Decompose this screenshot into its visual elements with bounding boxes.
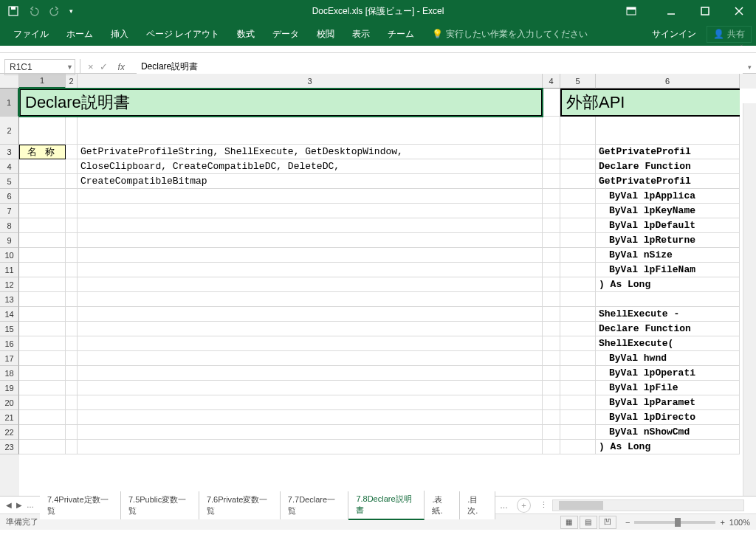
row-header-2[interactable]: 2	[0, 117, 19, 145]
qat-customize-icon[interactable]: ▾	[69, 7, 73, 15]
cell-r6c6[interactable]: ByVal lpApplica	[596, 189, 740, 204]
ribbon-collapse-icon[interactable]: ˇ	[740, 44, 743, 52]
cell-r21c6[interactable]: ByVal lpDirecto	[596, 410, 740, 425]
cell-r5c1[interactable]	[19, 174, 66, 189]
vertical-scrollbar[interactable]	[743, 103, 756, 496]
row-header-11[interactable]: 11	[0, 263, 19, 277]
cancel-icon[interactable]: ×	[88, 61, 94, 72]
cell-r10c6[interactable]: ByVal nSize	[596, 248, 740, 263]
row-header-21[interactable]: 21	[0, 410, 19, 425]
row-header-3[interactable]: 3	[0, 145, 19, 159]
tab-view[interactable]: 表示	[343, 22, 379, 46]
row-header-12[interactable]: 12	[0, 277, 19, 292]
cell-r7c6[interactable]: ByVal lpKeyName	[596, 204, 740, 218]
tell-me-search[interactable]: 💡 実行したい作業を入力してください	[423, 22, 597, 46]
cell-r19c6[interactable]: ByVal lpFile	[596, 381, 740, 395]
cell-r14c6[interactable]: ShellExecute -	[596, 307, 740, 322]
cell-r12c6[interactable]: ) As Long	[596, 277, 740, 292]
cell-r3c4[interactable]	[543, 145, 560, 159]
cell-r5c3[interactable]: CreateCompatibleBitmap	[78, 174, 543, 189]
row-header-9[interactable]: 9	[0, 233, 19, 248]
cell-r5c6[interactable]: GetPrivateProfil	[596, 174, 740, 189]
share-button[interactable]: 👤 共有	[707, 26, 752, 43]
row-header-18[interactable]: 18	[0, 366, 19, 381]
row-header-23[interactable]: 23	[0, 440, 19, 454]
cell-r23c6[interactable]: ) As Long	[596, 440, 740, 454]
cell-r2c5[interactable]	[560, 117, 596, 145]
horizontal-scrollbar[interactable]	[552, 499, 744, 511]
name-box[interactable]: R1C1 ▼	[4, 59, 75, 75]
cell-r5c4[interactable]	[543, 174, 560, 189]
tab-data[interactable]: データ	[264, 22, 308, 46]
cell-r1c1-title[interactable]: Declare説明書	[19, 89, 543, 117]
cell-r4c1[interactable]	[19, 159, 66, 174]
col-header-3[interactable]: 3	[78, 74, 543, 89]
cell-r9c6[interactable]: ByVal lpReturne	[596, 233, 740, 248]
row-header-8[interactable]: 8	[0, 218, 19, 233]
select-all-corner[interactable]	[0, 74, 19, 89]
cell-r3c2[interactable]	[66, 145, 78, 159]
sheet-nav-more-right[interactable]: …	[495, 501, 512, 510]
cell-r1c4[interactable]	[543, 89, 560, 117]
cell-r1c5-title[interactable]: 外部API	[560, 89, 740, 117]
cell-r8c6[interactable]: ByVal lpDefault	[596, 218, 740, 233]
formula-input[interactable]	[137, 59, 743, 75]
row-header-14[interactable]: 14	[0, 307, 19, 322]
tab-insert[interactable]: 挿入	[102, 22, 137, 46]
close-button[interactable]	[722, 0, 756, 22]
cell-r22c6[interactable]: ByVal nShowCmd	[596, 425, 740, 440]
cell-r5c2[interactable]	[66, 174, 78, 189]
cell-r4c2[interactable]	[66, 159, 78, 174]
view-normal-icon[interactable]: ▦	[560, 516, 578, 529]
tab-page-layout[interactable]: ページ レイアウト	[137, 22, 228, 46]
sign-in-link[interactable]: サインイン	[652, 28, 696, 41]
tab-formulas[interactable]: 数式	[228, 22, 264, 46]
enter-icon[interactable]: ✓	[100, 61, 108, 72]
row-header-22[interactable]: 22	[0, 425, 19, 440]
row-header-4[interactable]: 4	[0, 159, 19, 174]
formula-expand-icon[interactable]: ▾	[743, 63, 756, 71]
zoom-level[interactable]: 100%	[729, 518, 750, 527]
sheet-nav-next-icon[interactable]: ▶	[16, 501, 22, 509]
row-header-15[interactable]: 15	[0, 322, 19, 336]
new-sheet-button[interactable]: +	[517, 498, 531, 513]
tab-home[interactable]: ホーム	[58, 22, 102, 46]
cell-r2c4[interactable]	[543, 117, 560, 145]
save-icon[interactable]	[7, 5, 19, 17]
ribbon-display-icon[interactable]	[614, 0, 648, 22]
view-page-layout-icon[interactable]: ▤	[580, 516, 597, 529]
row-header-20[interactable]: 20	[0, 395, 19, 410]
redo-icon[interactable]	[49, 5, 61, 17]
minimize-button[interactable]	[654, 0, 688, 22]
cell-r13c6[interactable]	[596, 292, 740, 307]
cell-r2c3[interactable]	[78, 117, 543, 145]
undo-icon[interactable]	[28, 5, 40, 17]
cell-r2c2[interactable]	[66, 117, 78, 145]
sheet-nav-prev-icon[interactable]: ◀	[6, 501, 12, 509]
row-header-6[interactable]: 6	[0, 189, 19, 204]
tab-review[interactable]: 校閲	[308, 22, 343, 46]
row-header-5[interactable]: 5	[0, 174, 19, 189]
tab-team[interactable]: チーム	[379, 22, 423, 46]
cell-r11c6[interactable]: ByVal lpFileNam	[596, 263, 740, 277]
cell-r20c6[interactable]: ByVal lpParamet	[596, 395, 740, 410]
view-page-break-icon[interactable]: 凹	[599, 516, 616, 529]
col-header-6[interactable]: 6	[596, 74, 740, 89]
cell-r3c5[interactable]	[560, 145, 596, 159]
maximize-button[interactable]	[688, 0, 722, 22]
cell-r4c4[interactable]	[543, 159, 560, 174]
name-box-dropdown-icon[interactable]: ▼	[66, 63, 73, 71]
row-header-17[interactable]: 17	[0, 351, 19, 366]
cell-r15c6[interactable]: Declare Function	[596, 322, 740, 336]
zoom-slider[interactable]	[634, 521, 715, 524]
col-header-2[interactable]: 2	[66, 74, 78, 89]
cell-r4c5[interactable]	[560, 159, 596, 174]
cells-area[interactable]: Declare説明書 外部API 名 称 GetPrivateProfileSt…	[19, 89, 756, 496]
sheet-nav-more[interactable]: …	[27, 501, 34, 509]
col-header-4[interactable]: 4	[543, 74, 560, 89]
zoom-out-button[interactable]: −	[625, 518, 630, 527]
tab-file[interactable]: ファイル	[4, 22, 58, 46]
zoom-in-button[interactable]: +	[720, 518, 724, 527]
fx-icon[interactable]: fx	[114, 62, 129, 72]
cell-r5c5[interactable]	[560, 174, 596, 189]
